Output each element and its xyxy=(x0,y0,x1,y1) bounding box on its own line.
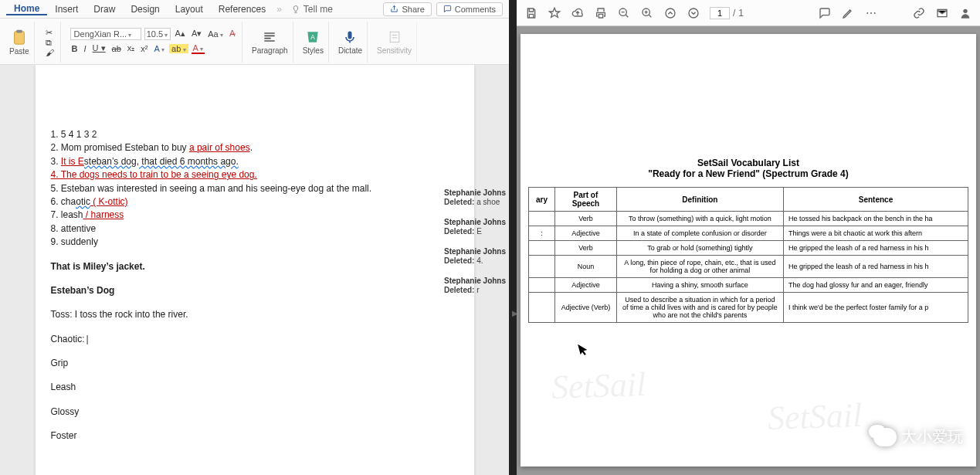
dictate-label: Dictate xyxy=(338,46,362,55)
font-size-select[interactable]: 10.5 xyxy=(144,28,171,40)
paragraph-label: Paragraph xyxy=(252,46,288,55)
tab-layout[interactable]: Layout xyxy=(168,4,211,15)
tab-references[interactable]: References xyxy=(211,4,273,15)
doc-line-4: 4. The dogs needs to train to be a seein… xyxy=(51,168,459,182)
pdf-viewport[interactable]: SetSail SetSail SetSail Vocabulary List … xyxy=(517,26,980,475)
paste-label: Paste xyxy=(9,47,29,56)
ribbon-tabs: Home Insert Draw Design Layout Reference… xyxy=(0,0,509,19)
bold-button[interactable]: B xyxy=(70,44,80,53)
markup-item[interactable]: Stephanie Johns Deleted: E xyxy=(444,218,506,236)
user-icon[interactable] xyxy=(958,6,972,20)
page-total: 1 xyxy=(738,8,744,19)
share-button[interactable]: Share xyxy=(383,2,431,16)
tab-draw[interactable]: Draw xyxy=(86,4,123,15)
doc-line-15: Leash xyxy=(51,381,459,394)
paragraph-group[interactable]: Paragraph xyxy=(247,22,293,63)
highlight-icon[interactable]: ab xyxy=(169,44,188,53)
page-down-icon[interactable] xyxy=(687,6,700,20)
svg-point-8 xyxy=(689,8,698,18)
pdf-title: SetSail Vocabulary List xyxy=(528,158,968,168)
sensitivity-group[interactable]: Sensitivity xyxy=(372,22,417,63)
format-painter-icon[interactable]: 🖌 xyxy=(44,48,56,57)
document-area[interactable]: 1. 5 4 1 3 2 2. Mom promised Esteban to … xyxy=(0,65,509,475)
comments-button[interactable]: Comments xyxy=(436,2,503,16)
comments-label: Comments xyxy=(455,5,496,14)
watermark: SetSail xyxy=(767,395,863,438)
dictate-group[interactable]: Dictate xyxy=(334,22,368,63)
doc-line-2: 2. Mom promised Esteban to buy a pair of… xyxy=(51,141,459,154)
zoom-in-icon[interactable] xyxy=(640,6,654,20)
wechat-text: 大小爱玩 xyxy=(901,426,963,447)
page-indicator: / 1 xyxy=(710,7,744,19)
copy-icon[interactable]: ⧉ xyxy=(44,38,53,48)
page-current-input[interactable] xyxy=(710,7,730,19)
link-icon[interactable] xyxy=(912,6,926,20)
table-row: NounA long, thin piece of rope, chain, e… xyxy=(529,256,968,278)
document-page[interactable]: 1. 5 4 1 3 2 2. Mom promised Esteban to … xyxy=(36,65,474,475)
page-up-icon[interactable] xyxy=(663,6,677,20)
doc-line-7: 7. leash / harness xyxy=(51,209,459,222)
markup-item[interactable]: Stephanie Johns Deleted: a shoe xyxy=(444,188,506,207)
tab-insert[interactable]: Insert xyxy=(47,4,86,15)
doc-line-9: 9. suddenly xyxy=(51,236,459,249)
mail-icon[interactable] xyxy=(935,6,949,20)
shrink-font-icon[interactable]: A▾ xyxy=(190,29,203,39)
pencil-icon[interactable] xyxy=(841,6,855,20)
col-vocab: ary xyxy=(529,188,555,212)
table-row: VerbTo grab or hold (something) tightlyH… xyxy=(529,241,968,256)
change-case-icon[interactable]: Aa xyxy=(206,29,225,39)
clipboard-extra: ✂ ⧉ 🖌 xyxy=(39,22,61,63)
markup-item[interactable]: Stephanie Johns Deleted: r xyxy=(444,277,506,295)
underline-button[interactable]: U ▾ xyxy=(91,43,107,53)
subscript-button[interactable]: x₂ xyxy=(126,43,137,53)
sensitivity-label: Sensitivity xyxy=(377,46,412,55)
styles-icon: A xyxy=(305,29,320,45)
annotate-note-icon[interactable] xyxy=(818,6,832,20)
table-row: AdjectiveHaving a shiny, smooth surfaceT… xyxy=(529,278,968,293)
bulb-icon xyxy=(291,5,300,14)
paste-button[interactable]: Paste xyxy=(9,29,29,56)
tell-me[interactable]: Tell me xyxy=(291,4,333,15)
doc-line-13[interactable]: Chaotic: xyxy=(51,333,459,346)
grow-font-icon[interactable]: A▴ xyxy=(174,29,187,39)
italic-button[interactable]: I xyxy=(83,44,88,53)
save-icon[interactable] xyxy=(524,6,538,20)
text-effects-icon[interactable]: A xyxy=(153,44,167,53)
svg-point-10 xyxy=(963,8,967,12)
tab-overflow-icon[interactable]: » xyxy=(276,4,282,15)
doc-line-12: Toss: I toss the rock into the river. xyxy=(51,308,459,321)
cloud-upload-icon[interactable] xyxy=(571,6,585,20)
share-label: Share xyxy=(402,5,424,14)
col-sent: Sentence xyxy=(784,188,968,212)
print-icon[interactable] xyxy=(594,6,608,20)
table-row: :AdjectiveIn a state of complete confusi… xyxy=(529,226,968,241)
cut-icon[interactable]: ✂ xyxy=(44,28,54,38)
superscript-button[interactable]: x² xyxy=(139,44,149,53)
table-row: VerbTo throw (something) with a quick, l… xyxy=(529,212,968,226)
svg-rect-1 xyxy=(16,30,22,33)
pdf-page: SetSail SetSail SetSail Vocabulary List … xyxy=(521,34,976,467)
zoom-out-icon[interactable] xyxy=(617,6,631,20)
table-row: Adjective (Verb)Used to describe a situa… xyxy=(529,293,968,323)
markup-item[interactable]: Stephanie Johns Deleted: 4. xyxy=(444,247,506,266)
tab-home[interactable]: Home xyxy=(6,3,47,15)
doc-line-10: That is Miley’s jacket. xyxy=(51,260,459,273)
pdf-window: / 1 ⋯ SetSail SetSail SetSail Vocabulary… xyxy=(517,0,980,475)
wechat-icon xyxy=(873,428,897,446)
star-icon[interactable] xyxy=(548,6,561,20)
col-def: Definition xyxy=(616,188,783,212)
tab-design[interactable]: Design xyxy=(123,4,167,15)
markup-pane: Stephanie Johns Deleted: a shoe Stephani… xyxy=(444,188,506,306)
doc-line-8: 8. attentive xyxy=(51,222,459,236)
font-name-select[interactable]: DengXian R... xyxy=(70,28,141,40)
more-icon[interactable]: ⋯ xyxy=(864,6,878,20)
font-color-icon[interactable]: A xyxy=(192,43,205,54)
doc-line-17: Foster xyxy=(51,429,459,443)
split-divider[interactable] xyxy=(509,0,517,475)
clear-format-icon[interactable]: A̶ xyxy=(228,29,237,39)
doc-line-1: 1. 5 4 1 3 2 xyxy=(51,128,459,141)
watermark: SetSail xyxy=(551,365,646,407)
strike-button[interactable]: ab xyxy=(110,44,123,53)
font-group: DengXian R... 10.5 A▴ A▾ Aa A̶ B I U ▾ a… xyxy=(66,22,242,63)
styles-group[interactable]: A Styles xyxy=(298,22,329,63)
